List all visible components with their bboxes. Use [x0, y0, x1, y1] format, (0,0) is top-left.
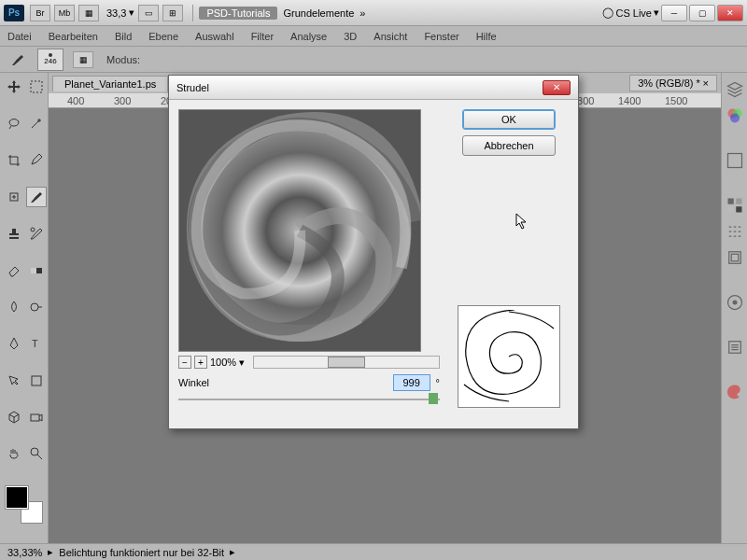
angle-input[interactable]	[393, 374, 430, 391]
3d-tool[interactable]	[4, 407, 24, 427]
angle-label: Winkel	[178, 377, 209, 388]
chevron-right-icon[interactable]: ▸	[230, 546, 235, 558]
menu-bild[interactable]: Bild	[115, 31, 132, 42]
heal-tool[interactable]	[4, 187, 24, 207]
filter-preview[interactable]	[178, 109, 421, 352]
cslive-label[interactable]: CS Live	[615, 7, 652, 19]
chevron-right-icon[interactable]: »	[359, 7, 365, 19]
svg-point-5	[31, 303, 38, 311]
menu-filter[interactable]: Filter	[251, 31, 274, 42]
document-tab[interactable]: Planet_Variante1.ps	[52, 76, 168, 91]
svg-point-9	[31, 448, 38, 455]
cslive-icon[interactable]: ◯	[602, 7, 613, 19]
swatches-panel-icon[interactable]	[726, 196, 744, 215]
chevron-right-icon[interactable]: ▸	[48, 546, 53, 558]
menu-datei[interactable]: Datei	[7, 31, 32, 42]
brush-preset-picker[interactable]: 246	[37, 49, 63, 71]
eraser-tool[interactable]	[4, 260, 24, 281]
svg-rect-7	[32, 376, 41, 385]
gradient-tool[interactable]	[26, 260, 47, 281]
foreground-color[interactable]	[6, 486, 28, 509]
type-tool[interactable]: T	[26, 333, 47, 354]
arrange-icon[interactable]: ▦	[78, 5, 99, 21]
blur-tool[interactable]	[4, 297, 24, 317]
dodge-tool[interactable]	[26, 297, 47, 317]
preview-scrollbar[interactable]	[253, 356, 440, 369]
screen-mode-icon[interactable]: ▭	[138, 5, 159, 21]
workspace-tab-grund[interactable]: Grundelemente	[283, 7, 354, 19]
degree-icon: °	[436, 377, 440, 388]
paths-panel-icon[interactable]	[726, 248, 744, 267]
photoshop-logo: Ps	[4, 5, 24, 21]
svg-rect-16	[736, 199, 741, 204]
selection-tool[interactable]	[4, 371, 24, 391]
maximize-button[interactable]: ▢	[689, 5, 715, 21]
filter-thumbnail	[458, 305, 560, 408]
history-brush-tool[interactable]	[26, 223, 47, 244]
menu-analyse[interactable]: Analyse	[290, 31, 327, 42]
info-panel-icon[interactable]	[726, 293, 744, 312]
cancel-button[interactable]: Abbrechen	[462, 135, 556, 156]
move-tool[interactable]	[4, 77, 24, 97]
lasso-tool[interactable]	[4, 113, 24, 133]
close-tab-icon[interactable]: ×	[703, 77, 709, 89]
svg-text:T: T	[32, 338, 38, 349]
svg-rect-18	[736, 206, 741, 212]
menu-ebene[interactable]: Ebene	[148, 31, 178, 42]
dialog-titlebar[interactable]: Strudel ✕	[169, 76, 578, 100]
color-swatches[interactable]	[4, 484, 45, 525]
angle-slider[interactable]	[178, 391, 440, 408]
extras-icon[interactable]: ⊞	[162, 5, 183, 21]
channels-panel-icon[interactable]	[726, 106, 744, 125]
workspace-tab-psd[interactable]: PSD-Tutorials	[199, 7, 277, 20]
minimize-button[interactable]: ─	[661, 5, 687, 21]
dialog-title: Strudel	[176, 82, 209, 93]
strudel-dialog: Strudel ✕	[168, 75, 579, 429]
3d-camera-tool[interactable]	[26, 407, 47, 427]
marquee-tool[interactable]	[26, 77, 47, 97]
menu-fenster[interactable]: Fenster	[424, 31, 458, 42]
minibridge-icon[interactable]: Mb	[54, 5, 75, 21]
stamp-tool[interactable]	[4, 223, 24, 244]
status-zoom[interactable]: 33,33%	[7, 547, 42, 558]
status-message: Belichtung funktioniert nur bei 32-Bit	[59, 547, 224, 558]
pen-tool[interactable]	[4, 333, 24, 354]
menu-hilfe[interactable]: Hilfe	[476, 31, 497, 42]
brush-tool[interactable]	[26, 187, 47, 207]
svg-rect-20	[731, 254, 739, 261]
adjustments-panel-icon[interactable]	[726, 151, 744, 170]
menu-ansicht[interactable]: Ansicht	[374, 31, 407, 42]
svg-rect-15	[727, 199, 733, 204]
dialog-close-button[interactable]: ✕	[543, 80, 571, 95]
eyedropper-tool[interactable]	[26, 150, 47, 171]
brush-panel-toggle[interactable]: ▦	[73, 51, 93, 68]
svg-rect-14	[727, 154, 741, 168]
svg-point-22	[732, 301, 737, 305]
svg-point-13	[730, 114, 740, 123]
zoom-out-button[interactable]: −	[178, 356, 191, 369]
zoom-tool[interactable]	[26, 443, 47, 464]
history-panel-icon[interactable]	[726, 338, 744, 357]
hand-tool[interactable]	[4, 443, 24, 464]
bridge-icon[interactable]: Br	[30, 5, 50, 21]
shape-tool[interactable]	[26, 371, 47, 391]
crop-tool[interactable]	[4, 150, 24, 171]
zoom-in-button[interactable]: +	[194, 356, 207, 369]
document-tab-info: 3% (RGB/8) * ×	[629, 75, 717, 91]
dropdown-icon[interactable]: ▾	[239, 357, 245, 369]
wand-tool[interactable]	[26, 113, 47, 133]
window-titlebar: Ps Br Mb ▦ 33,3▾ ▭ ⊞ PSD-Tutorials Grund…	[0, 0, 747, 26]
menu-auswahl[interactable]: Auswahl	[195, 31, 234, 42]
styles-panel-icon[interactable]	[726, 222, 744, 241]
current-tool-icon[interactable]	[7, 49, 28, 70]
menu-3d[interactable]: 3D	[344, 31, 357, 42]
close-button[interactable]: ✕	[717, 5, 743, 21]
svg-rect-4	[31, 268, 36, 273]
menu-bearbeiten[interactable]: Bearbeiten	[49, 31, 98, 42]
slider-thumb[interactable]	[429, 393, 438, 404]
layers-panel-icon[interactable]	[726, 80, 744, 99]
color-panel-icon[interactable]	[726, 383, 744, 401]
ok-button[interactable]: OK	[462, 109, 556, 130]
zoom-level-select[interactable]: 33,3▾	[103, 5, 138, 21]
svg-rect-0	[31, 81, 42, 92]
